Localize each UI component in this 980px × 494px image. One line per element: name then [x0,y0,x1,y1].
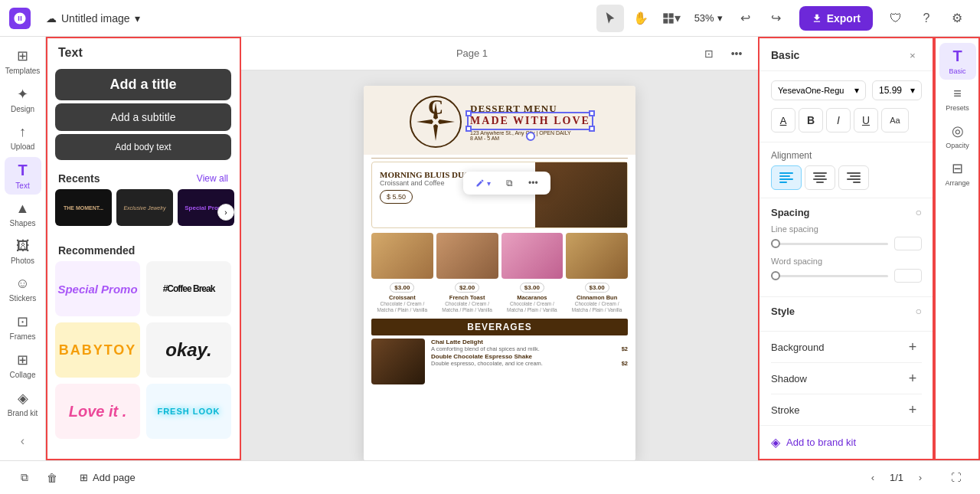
recent-item-1[interactable]: Exclusive Jewelry [116,189,173,226]
sidebar-item-brand-kit[interactable]: ◈ Brand kit [5,385,41,422]
grid-item-0: $3.00 Croissant Chocolate / Cream / Matc… [371,233,433,314]
mini-tool-opacity[interactable]: ◎ Opacity [939,118,976,154]
zoom-button[interactable]: 53% ▾ [688,9,729,27]
align-left-button[interactable] [771,165,802,190]
line-spacing-track[interactable] [771,243,888,245]
canvas-settings-icon[interactable]: ⊡ [697,41,721,66]
items-grid: $3.00 Croissant Chocolate / Cream / Matc… [364,233,635,319]
page-nav: ‹ 1/1 › ⛶ [862,466,968,490]
bev-desc-1: Double espresso, chocolate, and ice crea… [431,360,628,368]
rec-item-okay[interactable]: okay. [146,322,231,378]
hand-tool-button[interactable]: ✋ [627,5,655,32]
fullscreen-button[interactable]: ⛶ [943,466,968,490]
sidebar-item-upload[interactable]: ↑ Upload [5,119,41,155]
bold-button[interactable]: B [799,108,823,132]
rec-item-special-promo[interactable]: Special Promo [55,261,140,316]
bev-details: Chai Latte Delight A comforting blend of… [431,339,628,384]
shield-icon[interactable]: 🛡 [882,5,910,32]
panel-title: Basic [771,49,799,61]
photos-icon: 🖼 [16,238,30,254]
sidebar-item-photos[interactable]: 🖼 Photos [5,234,41,270]
brand-kit-row[interactable]: ◈ Add to brand kit [759,425,934,459]
recent-item-0[interactable]: THE MOMENT... [55,189,112,226]
item-desc-0: Chocolate / Cream / Matcha / Plain / Van… [371,301,433,314]
sidebar-item-frames[interactable]: ⊡ Frames [5,309,41,345]
prev-page-button[interactable]: ‹ [862,467,884,489]
add-subtitle-button[interactable]: Add a subtitle [55,103,231,131]
add-body-button[interactable]: Add body text [55,134,231,160]
align-right-button[interactable] [838,165,869,190]
sidebar-item-design[interactable]: ✦ Design [5,81,41,118]
word-spacing-value[interactable]: 0 [894,269,922,283]
mini-label-basic: Basic [949,67,965,75]
mini-tool-arrange[interactable]: ⊟ Arrange [939,155,976,191]
menu-title-line2: MADE WITH LOVE [470,115,590,127]
stroke-add-button[interactable]: + [903,401,922,419]
sidebar-item-stickers[interactable]: ☺ Stickers [5,271,41,307]
font-family-selector[interactable]: YesevaOne-Regu ▾ [771,80,866,100]
redo-button[interactable]: ↪ [763,5,790,32]
settings-icon[interactable]: ⚙ [943,5,971,32]
align-center-button[interactable] [805,165,835,190]
case-button[interactable]: Aa [881,108,909,132]
float-style-button[interactable]: ▾ [469,175,497,191]
shadow-row[interactable]: Shadow + [771,363,922,394]
cursor-tool-button[interactable] [596,5,624,32]
sidebar-collapse-button[interactable]: ‹ [15,428,31,454]
export-button[interactable]: Export [799,6,873,31]
mini-tool-basic[interactable]: T Basic [939,43,976,80]
grid-view-button[interactable]: ▾ [658,5,685,32]
next-page-button[interactable]: › [910,467,931,489]
add-page-button[interactable]: ⊞ Add page [70,467,145,488]
background-row[interactable]: Background + [771,332,922,363]
line-spacing-slider-row: 0 [771,237,922,250]
word-spacing-slider-row: 0 [771,269,922,283]
rec-item-loveit[interactable]: Love it . [55,384,140,439]
underline-button[interactable]: U [854,108,878,132]
italic-button[interactable]: I [826,108,851,132]
text-color-button[interactable]: A [771,108,795,132]
sidebar-item-templates[interactable]: ⊞ Templates [5,43,41,80]
rec-item-coffee-break[interactable]: #Coffee Break [146,261,231,316]
delete-page-button[interactable]: 🗑 [40,466,64,490]
panel-close-button[interactable]: × [903,46,922,64]
svg-rect-0 [663,13,668,18]
help-icon[interactable]: ? [913,5,940,32]
float-copy-button[interactable]: ⧉ [500,175,519,191]
mini-tool-presets[interactable]: ≡ Presets [939,81,976,116]
word-spacing-thumb[interactable] [771,271,780,280]
main-layout: ⊞ Templates ✦ Design ↑ Upload T Text ▲ S… [0,37,980,460]
alignment-label: Alignment [771,150,922,161]
copy-page-button[interactable]: ⧉ [12,466,37,490]
left-sidebar: ⊞ Templates ✦ Design ↑ Upload T Text ▲ S… [0,37,46,460]
sidebar-item-text[interactable]: T Text [5,157,41,195]
view-all-button[interactable]: View all [197,173,228,184]
add-title-button[interactable]: Add a title [55,69,231,100]
stroke-row[interactable]: Stroke + [771,394,922,425]
rec-item-freshlook[interactable]: FRESH LOOK [146,384,231,439]
background-add-button[interactable]: + [903,338,922,356]
file-name-button[interactable]: ☁ Untitled image ▾ [40,9,146,28]
rec-item-babytoy[interactable]: BABYTOY [55,322,140,378]
float-more-button[interactable]: ••• [522,175,544,191]
font-size-selector[interactable]: 15.99 ▾ [872,80,922,100]
rec-text-3: okay. [165,339,211,361]
line-spacing-value[interactable]: 0 [894,237,922,250]
item-img-3 [566,233,628,279]
canva-logo[interactable] [9,8,31,29]
canvas-wrapper[interactable]: ▾ ⧉ ••• C [241,70,758,460]
word-spacing-track[interactable] [771,275,888,277]
canvas-page-icons: ⊡ ••• [697,41,749,66]
canvas-frame[interactable]: ▾ ⧉ ••• C [364,86,635,460]
recents-next-button[interactable]: › [217,204,234,221]
undo-button[interactable]: ↩ [732,5,760,32]
sidebar-item-collage[interactable]: ⊞ Collage [5,347,41,384]
style-toggle-icon: ○ [916,305,922,317]
line-spacing-thumb[interactable] [771,239,780,248]
spacing-section: Spacing ○ Line spacing 0 Word spacing 0 [759,198,934,297]
brand-kit-icon: ◈ [18,390,28,407]
sidebar-item-shapes[interactable]: ▲ Shapes [5,196,41,232]
font-size-value: 15.99 [879,85,902,96]
shadow-add-button[interactable]: + [903,369,922,388]
canvas-more-icon[interactable]: ••• [724,41,749,66]
